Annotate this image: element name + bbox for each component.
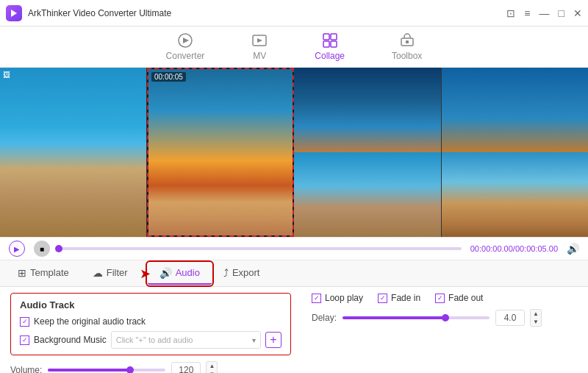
audio-track-title: Audio Track	[20, 299, 282, 310]
hamburger-icon[interactable]: ≡	[524, 7, 530, 19]
close-button[interactable]: ✕	[573, 7, 582, 19]
maximize-button[interactable]: □	[559, 7, 564, 19]
time-display: 00:00:00.00/00:00:05.00	[470, 244, 558, 253]
loop-play-option: Loop play	[312, 293, 363, 303]
bottom-timeline[interactable]	[59, 247, 462, 250]
right-panel: Loop play Fade in Fade out Delay: 4.0 ▲	[301, 287, 588, 373]
main-panel: Audio Track Keep the original audio trac…	[0, 287, 588, 373]
app-title: ArkThinker Video Converter Ultimate	[28, 8, 506, 18]
tab-audio[interactable]: 🔊 Audio	[148, 263, 212, 285]
audio-icon: 🔊	[159, 267, 172, 279]
svg-rect-6	[323, 41, 329, 47]
tab-toolbox[interactable]: Toolbox	[386, 29, 428, 64]
template-icon: ⊞	[18, 267, 26, 279]
right-cell-bottom[interactable]	[441, 68, 589, 237]
svg-marker-0	[11, 10, 17, 17]
window-controls: ⊡ ≡ — □ ✕	[506, 7, 582, 19]
right-preview	[294, 68, 588, 237]
volume-row: Volume: 120 ▲ ▼	[10, 361, 291, 373]
volume-down-arrow[interactable]: ▼	[207, 370, 217, 373]
keep-original-row: Keep the original audio track	[20, 316, 282, 327]
collage-cell-1[interactable]: 🖼	[0, 68, 147, 237]
volume-icon[interactable]: 🔊	[567, 243, 579, 255]
options-row: Loop play Fade in Fade out	[312, 293, 578, 303]
volume-slider[interactable]	[48, 369, 165, 372]
tab-collage[interactable]: Collage	[309, 29, 351, 64]
svg-rect-4	[323, 34, 329, 40]
collage-cell-2[interactable]: 00:00:05	[147, 68, 294, 237]
keep-original-checkbox[interactable]	[20, 317, 29, 327]
filter-icon: ☁	[93, 267, 103, 279]
tab-filter[interactable]: ☁ Filter	[81, 263, 140, 285]
minimize-button[interactable]: —	[539, 7, 550, 19]
fade-in-option: Fade in	[378, 293, 420, 303]
tool-tabs: ⊞ Template ☁ Filter ➤ 🔊 Audio ⤴ Export	[0, 260, 588, 287]
delay-up-arrow[interactable]: ▲	[531, 310, 541, 318]
preview-area: 🖼 00:00:05 ⊞ ☆ ⚙ ↺ + ⛶ ▾	[0, 68, 588, 237]
add-audio-button[interactable]: +	[265, 332, 282, 348]
delay-down-arrow[interactable]: ▼	[531, 318, 541, 326]
bg-music-checkbox[interactable]	[20, 335, 29, 345]
app-logo	[6, 5, 22, 21]
volume-up-arrow[interactable]: ▲	[207, 362, 217, 370]
play-button[interactable]: ▶	[9, 241, 25, 257]
volume-input[interactable]: 120	[171, 362, 201, 373]
svg-rect-9	[406, 40, 409, 43]
stop-button[interactable]: ■	[34, 241, 50, 257]
export-icon: ⤴	[223, 267, 229, 279]
tab-mv[interactable]: MV	[245, 29, 273, 64]
svg-rect-5	[331, 34, 337, 40]
delay-spinners[interactable]: ▲ ▼	[530, 309, 542, 327]
titlebar: ArkThinker Video Converter Ultimate ⊡ ≡ …	[0, 0, 588, 26]
cell-1-icon: 🖼	[3, 71, 10, 79]
bg-music-row: Background Music Click "+" to add audio …	[20, 331, 282, 349]
loop-play-checkbox[interactable]	[312, 294, 321, 303]
svg-marker-2	[183, 38, 189, 43]
cell-timestamp: 00:00:05	[151, 72, 186, 82]
bg-music-select[interactable]: Click "+" to add audio ▾	[111, 331, 261, 349]
fade-in-checkbox[interactable]	[378, 294, 387, 303]
nav-tabs: Converter MV Collage Toolbox	[0, 26, 588, 68]
delay-row: Delay: 4.0 ▲ ▼	[312, 309, 578, 327]
delay-input[interactable]: 4.0	[495, 310, 525, 326]
delay-slider[interactable]	[343, 316, 490, 319]
volume-spinners[interactable]: ▲ ▼	[206, 361, 218, 373]
fade-out-option: Fade out	[435, 293, 483, 303]
right-cell-top[interactable]	[294, 68, 441, 237]
tab-template[interactable]: ⊞ Template	[6, 263, 81, 285]
left-panel: Audio Track Keep the original audio trac…	[0, 287, 301, 373]
svg-rect-7	[331, 41, 337, 47]
tab-converter[interactable]: Converter	[160, 29, 211, 64]
tab-export[interactable]: ⤴ Export	[212, 263, 272, 285]
audio-track-box: Audio Track Keep the original audio trac…	[10, 293, 291, 355]
fade-out-checkbox[interactable]	[435, 294, 445, 303]
dropdown-arrow-icon: ▾	[252, 336, 256, 344]
menu-icon[interactable]: ⊡	[506, 7, 515, 19]
bottom-controls: ▶ ■ 00:00:00.00/00:00:05.00 🔊	[0, 237, 588, 260]
